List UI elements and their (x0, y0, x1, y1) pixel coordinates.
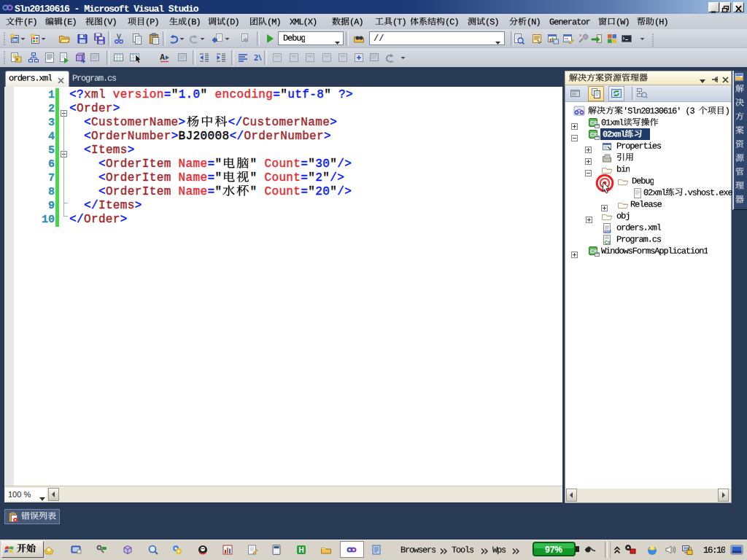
svg-text:97%: 97% (545, 545, 562, 555)
svg-text:2: 2 (254, 52, 258, 63)
svg-text:C#: C# (605, 240, 611, 245)
svg-text:A: A (160, 53, 165, 61)
svg-text:xml: xml (604, 229, 611, 233)
svg-text:H: H (299, 546, 304, 554)
